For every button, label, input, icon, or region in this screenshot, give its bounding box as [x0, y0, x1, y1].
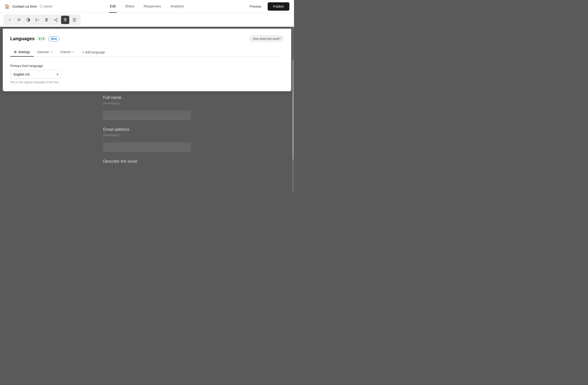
panel-title-group: Languages 2 / 5 Beta [10, 36, 59, 41]
tool-group: ＋ ⚙ [4, 14, 81, 25]
french-tab-label: French [61, 50, 71, 54]
svg-point-2 [36, 21, 37, 21]
svg-point-1 [36, 18, 37, 19]
document-tool-button[interactable] [70, 16, 79, 24]
branch-tool-button[interactable] [33, 16, 42, 24]
svg-point-9 [55, 20, 56, 20]
add-language-label: Add language [85, 50, 105, 54]
svg-point-7 [56, 18, 57, 19]
tab-settings[interactable]: ⚙ Settings [10, 48, 34, 57]
nav-tabs: Edit Share Responses Analytics [109, 0, 185, 13]
german-check-icon: ✓ [50, 50, 53, 54]
add-tool-button[interactable]: ＋ [5, 16, 14, 24]
count-badge: 2 / 5 [37, 37, 46, 41]
field-hint: This is the original language of the for… [10, 81, 284, 84]
email-field-input [103, 142, 191, 152]
saved-icon: ⓘ [40, 4, 43, 9]
form-title: Contact us form [13, 4, 37, 8]
settings-tab-icon: ⚙ [14, 50, 17, 54]
nav-left: 🏠 Contact us form ⓘ Saved [5, 4, 52, 9]
describe-field-label: Describe the issue [103, 159, 191, 164]
email-field-desc: (description) [103, 133, 191, 137]
how-does-this-work-button[interactable]: How does this work? [250, 35, 284, 42]
top-navigation: 🏠 Contact us form ⓘ Saved Edit Share Res… [0, 0, 294, 13]
language-panel: Languages 2 / 5 Beta How does this work?… [3, 29, 291, 91]
panel-header: Languages 2 / 5 Beta How does this work? [10, 35, 284, 42]
form-preview-panel: get back you in 24 hours. Full name (des… [99, 78, 195, 193]
fullname-field-desc: (description) [103, 101, 191, 105]
nav-right: Preview Publish [246, 2, 289, 11]
language-select-wrapper: English US German French Spanish Italian… [10, 70, 61, 79]
panel-title: Languages [10, 36, 35, 41]
fullname-field-input [103, 110, 191, 120]
svg-rect-6 [45, 20, 48, 21]
add-language-button[interactable]: + Add language [79, 48, 109, 56]
tab-edit[interactable]: Edit [109, 0, 117, 13]
german-tab-label: German [38, 50, 49, 54]
svg-point-3 [39, 20, 39, 20]
share-nodes-button[interactable] [52, 16, 60, 24]
beta-badge: Beta [48, 36, 59, 41]
tab-german[interactable]: German ✓ [34, 48, 57, 57]
svg-line-10 [56, 19, 56, 20]
settings-tab-label: Settings [18, 50, 30, 54]
tab-analytics[interactable]: Analytics [169, 0, 185, 13]
svg-line-11 [56, 20, 56, 21]
french-check-icon: ✓ [72, 50, 75, 54]
tab-responses[interactable]: Responses [143, 0, 162, 13]
svg-rect-4 [45, 19, 48, 19]
home-icon[interactable]: 🏠 [5, 4, 10, 9]
preview-button[interactable]: Preview [246, 3, 265, 10]
svg-rect-5 [45, 20, 47, 20]
fullname-field-label: Full name [103, 95, 191, 100]
settings-tool-button[interactable]: ⚙ [15, 16, 23, 24]
primary-language-label: Primary form language [10, 64, 284, 68]
publish-button[interactable]: Publish [268, 2, 289, 11]
toolbar-row: ＋ ⚙ [0, 13, 294, 27]
svg-point-8 [56, 20, 57, 21]
theme-tool-button[interactable] [24, 16, 32, 24]
saved-badge: ⓘ Saved [40, 4, 52, 9]
settings-content: Primary form language English US German … [10, 63, 284, 85]
add-icon: + [82, 50, 84, 54]
email-field-label: Email address [103, 127, 191, 132]
saved-label: Saved [44, 5, 52, 8]
main-content: get back you in 24 hours. Full name (des… [0, 27, 294, 193]
tab-french[interactable]: French ✓ [57, 48, 79, 57]
scrollbar-thumb [293, 60, 294, 159]
language-select[interactable]: English US German French Spanish Italian [10, 70, 61, 79]
translate-tool-button[interactable]: 文 [61, 16, 69, 24]
scrollbar-track[interactable] [292, 27, 294, 193]
tab-share[interactable]: Share [124, 0, 135, 13]
panel-tabs: ⚙ Settings German ✓ French ✓ + Add langu… [10, 48, 284, 57]
search-tool-button[interactable] [42, 16, 51, 24]
